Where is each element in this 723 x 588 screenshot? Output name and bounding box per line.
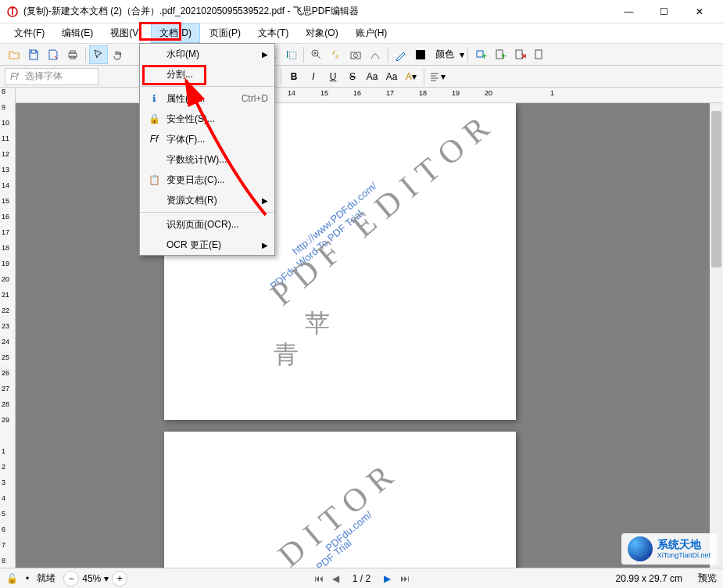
zoom-level[interactable]: 45%: [82, 573, 101, 584]
page-text-1: 苹: [305, 307, 330, 341]
svg-text:+: +: [481, 51, 487, 61]
dropdown-arrow-icon[interactable]: ▾: [460, 49, 464, 60]
menu-separator: [140, 86, 274, 87]
close-button[interactable]: ✕: [682, 0, 717, 23]
toolbar-text: Ff 选择字体 B I U S Aa Aa A▾ ▾: [0, 66, 723, 88]
font-color-icon[interactable]: A▾: [402, 67, 421, 86]
zoom-in-button[interactable]: +: [112, 571, 127, 586]
menu-text[interactable]: 文本(T): [250, 24, 296, 42]
pdf-page-2[interactable]: PDFdu.com/ PDF Trial DITOR: [164, 432, 516, 568]
nav-prev-icon[interactable]: ◀: [329, 573, 343, 584]
bold-icon[interactable]: B: [285, 67, 303, 86]
statusbar: 🔓 • 就绪 − 45% ▾ + ⏮ ◀ 1 / 2 ▶ ⏭ 20.99 x 2…: [0, 568, 723, 588]
svg-point-1: [12, 7, 14, 9]
logo-text-en: XiTongTianDi.net: [657, 551, 710, 560]
svg-rect-10: [416, 50, 425, 59]
submenu-arrow-icon: ▶: [262, 196, 268, 205]
document-dropdown: 水印(M) ▶ 分割... ℹ 属性(T)... Ctrl+D 🔒 安全性(S)…: [139, 43, 275, 256]
menu-document[interactable]: 文档(D): [151, 23, 200, 43]
svg-rect-4: [70, 51, 75, 53]
color-label: 颜色: [431, 48, 459, 61]
open-icon[interactable]: [5, 45, 23, 64]
site-watermark: 系统天地 XiTongTianDi.net: [621, 533, 717, 565]
menu-view[interactable]: 视图(V): [102, 24, 149, 42]
toolbar-main: I⬚ 颜色 ▾ + + ✕: [0, 44, 723, 66]
font-select[interactable]: Ff 选择字体: [5, 68, 98, 85]
ruler-vertical: 8910111213141516171819202122232425262728…: [0, 88, 16, 568]
page-add-icon[interactable]: +: [491, 45, 510, 64]
zoom-controls: − 45% ▾ +: [63, 571, 127, 586]
menu-account[interactable]: 账户(H): [348, 24, 396, 42]
window-title: (复制)-新建文本文档 (2)（合并）.pdf_2021020509553952…: [23, 5, 611, 18]
color-swatch-icon[interactable]: [411, 45, 430, 64]
page-indicator[interactable]: 1 / 2: [346, 573, 378, 584]
hand-tool-icon[interactable]: [109, 45, 127, 64]
text-select-icon[interactable]: I⬚: [281, 45, 300, 64]
menu-object[interactable]: 对象(O): [298, 24, 345, 42]
link-icon[interactable]: [327, 45, 345, 64]
font-prefix: Ff: [10, 71, 19, 82]
save-as-icon[interactable]: [44, 45, 63, 64]
sup-icon[interactable]: Aa: [382, 67, 401, 86]
sub-icon[interactable]: Aa: [363, 67, 381, 86]
menu-ocr-correct[interactable]: OCR 更正(E) ▶: [140, 235, 274, 255]
svg-text:I⬚: I⬚: [286, 49, 297, 60]
menu-split[interactable]: 分割...: [140, 64, 274, 84]
page-blank-icon[interactable]: [530, 45, 549, 64]
menu-ocr[interactable]: 识别页面(OCR)...: [140, 214, 274, 235]
zoom-dropdown-icon[interactable]: ▾: [104, 573, 109, 584]
stamp-add-icon[interactable]: +: [471, 45, 490, 64]
status-bullet: •: [26, 573, 29, 584]
svg-text:+: +: [501, 51, 506, 61]
page-text-2: 青: [274, 338, 299, 372]
svg-text:✕: ✕: [521, 51, 526, 61]
lock-icon: 🔒: [146, 113, 162, 124]
submenu-arrow-icon: ▶: [262, 241, 268, 249]
page-remove-icon[interactable]: ✕: [510, 45, 529, 64]
font-icon: Ff: [146, 134, 162, 145]
menu-edit[interactable]: 编辑(E): [54, 24, 101, 42]
font-placeholder: 选择字体: [25, 70, 63, 83]
lock-status-icon[interactable]: 🔓: [6, 573, 18, 584]
underline-icon[interactable]: U: [324, 67, 342, 86]
select-tool-icon[interactable]: [89, 45, 108, 64]
svg-point-9: [354, 53, 358, 57]
scrollbar-vertical[interactable]: [710, 103, 723, 568]
strike-icon[interactable]: S: [343, 67, 362, 86]
menu-word-count[interactable]: 字数统计(W)...: [140, 149, 274, 170]
app-icon: [6, 5, 19, 18]
menu-page[interactable]: 页面(P): [202, 24, 249, 42]
menu-resources[interactable]: 资源文档(R) ▶: [140, 190, 274, 210]
menu-changelog[interactable]: 📋 变更日志(C)...: [140, 170, 274, 190]
ruler-horizontal: 10111213141516171819201: [16, 88, 723, 103]
camera-icon[interactable]: [346, 45, 365, 64]
svg-rect-17: [535, 50, 542, 59]
italic-icon[interactable]: I: [304, 67, 323, 86]
nav-next-icon[interactable]: ▶: [381, 573, 395, 584]
zoom-in-icon[interactable]: [307, 45, 326, 64]
print-icon[interactable]: [63, 45, 82, 64]
maximize-button[interactable]: ☐: [646, 0, 682, 23]
preview-label[interactable]: 预览: [698, 572, 717, 585]
titlebar: (复制)-新建文本文档 (2)（合并）.pdf_2021020509553952…: [0, 0, 723, 23]
nav-last-icon[interactable]: ⏭: [398, 573, 412, 584]
scroll-thumb[interactable]: [711, 111, 721, 267]
minimize-button[interactable]: —: [611, 0, 646, 23]
page-navigation: ⏮ ◀ 1 / 2 ▶ ⏭: [312, 573, 412, 584]
save-icon[interactable]: [24, 45, 43, 64]
page-dimensions: 20.99 x 29.7 cm: [616, 573, 682, 584]
menu-security[interactable]: 🔒 安全性(S)...: [140, 109, 274, 129]
pencil-icon[interactable]: [392, 45, 410, 64]
canvas[interactable]: http://www.PDFdu.com/ PDFdu Word To PDF …: [16, 103, 723, 568]
menu-properties[interactable]: ℹ 属性(T)... Ctrl+D: [140, 88, 274, 109]
align-icon[interactable]: ▾: [428, 67, 446, 86]
menu-watermark[interactable]: 水印(M) ▶: [140, 44, 274, 64]
zoom-out-button[interactable]: −: [63, 571, 79, 586]
shape-icon[interactable]: [366, 45, 385, 64]
info-icon: ℹ: [146, 93, 162, 104]
window-controls: — ☐ ✕: [611, 0, 717, 23]
nav-first-icon[interactable]: ⏮: [312, 573, 326, 584]
menu-file[interactable]: 文件(F): [6, 24, 52, 42]
logo-text-cn: 系统天地: [657, 538, 710, 551]
menu-fonts[interactable]: Ff 字体(F)...: [140, 129, 274, 149]
